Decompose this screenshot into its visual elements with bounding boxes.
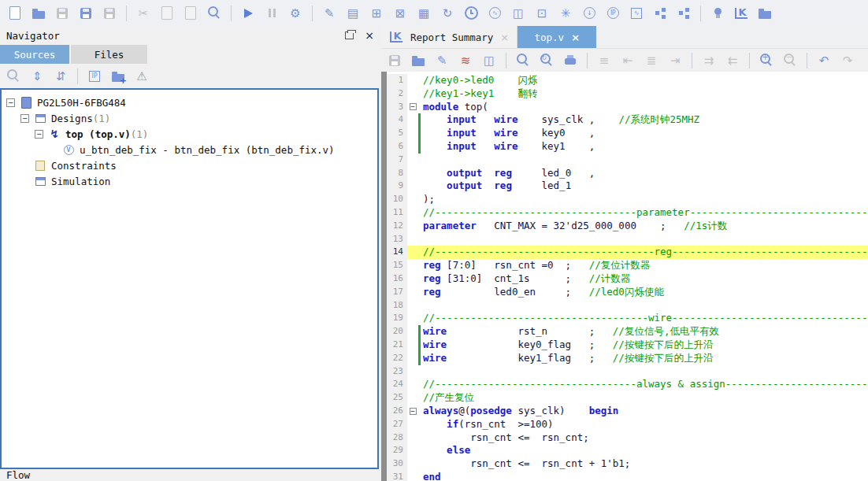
- tree-item-top-module[interactable]: −↯top (top.v) (1): [2, 126, 377, 142]
- debugger-icon[interactable]: ✳: [556, 4, 575, 23]
- project-dir-icon[interactable]: [755, 4, 774, 23]
- code-line[interactable]: 12parameter CNT_MAX = 32'd25_000_000 ; /…: [381, 220, 868, 233]
- netlist-viewer-icon[interactable]: ⊠: [391, 4, 410, 23]
- code-line[interactable]: 2//key1->key1 翻转: [381, 87, 868, 101]
- code-line[interactable]: 20wire rst_n ; //复位信号,低电平有效: [381, 325, 868, 339]
- node-probe-icon[interactable]: [651, 4, 670, 23]
- code-line[interactable]: 16reg [31:0] cnt_1s ; //计数器: [381, 272, 868, 286]
- open-project-icon[interactable]: [29, 4, 48, 23]
- undo-icon[interactable]: ↶: [814, 51, 833, 70]
- nav-tab-sources[interactable]: Sources: [0, 45, 69, 64]
- code-line[interactable]: 29 else: [381, 444, 868, 457]
- collapse-twisty-icon[interactable]: −: [20, 114, 29, 123]
- zoom-out-icon[interactable]: [781, 51, 799, 70]
- pango-logo-icon[interactable]: K: [732, 4, 751, 23]
- tree-item-designs[interactable]: −Designs (1): [2, 110, 377, 126]
- download-bitstream-icon[interactable]: ↓: [580, 4, 599, 23]
- code-line[interactable]: 11//----------------------------------pa…: [381, 206, 868, 220]
- waveform-viewer-icon[interactable]: ∿: [627, 4, 646, 23]
- copy-icon[interactable]: [158, 4, 176, 23]
- synthesize-icon[interactable]: ↻: [438, 4, 457, 23]
- save-icon[interactable]: [53, 4, 72, 23]
- code-line[interactable]: 1//key0->led0 闪烁: [381, 74, 868, 87]
- code-line[interactable]: 21wire key0_flag ; //按键按下后的上升沿: [381, 339, 868, 352]
- design-summary-icon[interactable]: ◫: [509, 4, 528, 23]
- code-line[interactable]: 13: [381, 233, 868, 246]
- code-line[interactable]: 5 input wire key0 ,: [381, 127, 868, 140]
- code-line[interactable]: 24//----------------------------------al…: [381, 378, 868, 391]
- ip-center-icon[interactable]: IP: [603, 4, 622, 23]
- editor-tab-top-v[interactable]: top.v×: [517, 26, 596, 48]
- code-line[interactable]: 18: [381, 299, 868, 313]
- code-line[interactable]: 3−module top(: [381, 101, 868, 114]
- find-replace-icon[interactable]: [537, 51, 556, 70]
- code-line[interactable]: 9 output reg led_1: [381, 179, 868, 193]
- code-line[interactable]: 23: [381, 365, 868, 379]
- code-fold-icon[interactable]: −: [410, 103, 417, 110]
- ip-catalog-icon[interactable]: IP: [85, 67, 104, 86]
- code-line[interactable]: 15reg [7:0] rsn_cnt =0 ; //复位计数器: [381, 259, 868, 272]
- print-icon[interactable]: [561, 51, 580, 70]
- constraints-editor-icon[interactable]: ✎: [320, 4, 339, 23]
- code-line[interactable]: 7: [381, 154, 868, 167]
- tree-search-icon[interactable]: [4, 67, 23, 86]
- edit-source-icon[interactable]: ✎: [432, 51, 451, 70]
- close-tab-icon[interactable]: ×: [571, 31, 580, 43]
- align-left-icon[interactable]: ≡: [595, 51, 614, 70]
- code-line[interactable]: 31end: [381, 471, 868, 481]
- messages-icon[interactable]: ⚠: [132, 67, 151, 86]
- code-line[interactable]: 19//------------------------------------…: [381, 312, 868, 325]
- save-all-icon[interactable]: [100, 4, 119, 23]
- run-flow-icon[interactable]: [239, 4, 258, 23]
- code-line[interactable]: 6 input wire key1 ,: [381, 140, 868, 154]
- collapse-twisty-icon[interactable]: −: [6, 98, 15, 107]
- outdent-icon[interactable]: ⇤: [618, 51, 637, 70]
- align-block-icon[interactable]: ≣: [642, 51, 661, 70]
- close-tab-icon[interactable]: ×: [500, 31, 509, 43]
- find-in-files-icon[interactable]: [205, 4, 224, 23]
- code-line[interactable]: 28 rsn_cnt <= rsn_cnt;: [381, 431, 868, 445]
- redo-icon[interactable]: ↷: [838, 51, 857, 70]
- pause-flow-icon[interactable]: [262, 4, 281, 23]
- float-panel-icon[interactable]: [345, 31, 354, 39]
- timing-analysis-icon[interactable]: ∿: [485, 4, 504, 23]
- code-line[interactable]: 27 if(rsn_cnt >=100): [381, 418, 868, 431]
- code-line[interactable]: 4 input wire sys_clk , //系统时钟25MHZ: [381, 113, 868, 127]
- find-icon[interactable]: [514, 51, 532, 70]
- collapse-twisty-icon[interactable]: −: [35, 130, 43, 139]
- tree-item-u-btn-deb-fix[interactable]: Vu_btn_deb_fix - btn_deb_fix (btn_deb_fi…: [2, 142, 377, 157]
- zoom-in-icon[interactable]: [757, 51, 776, 70]
- resource-table-icon[interactable]: ▦: [414, 4, 433, 23]
- expand-all-icon[interactable]: ⇕: [28, 67, 46, 86]
- code-line[interactable]: 25//产生复位: [381, 391, 868, 405]
- code-fold-icon[interactable]: −: [410, 408, 417, 415]
- cut-icon[interactable]: ✂: [134, 4, 153, 23]
- merge-right-icon[interactable]: ⇉: [699, 51, 718, 70]
- schematic-viewer-icon[interactable]: ⊞: [367, 4, 386, 23]
- indent-icon[interactable]: ⇥: [666, 51, 684, 70]
- collapse-all-icon[interactable]: ⇵: [51, 67, 70, 86]
- device-viewer-icon[interactable]: ⊡: [532, 4, 551, 23]
- check-syntax-icon[interactable]: ≋: [456, 51, 475, 70]
- editor-tab-report-summary[interactable]: KReport Summary×: [381, 26, 517, 48]
- run-schedule-icon[interactable]: [462, 4, 480, 23]
- compare-view-icon[interactable]: ◫: [480, 51, 499, 70]
- hierarchy-view-icon[interactable]: [674, 4, 693, 23]
- paste-icon[interactable]: [181, 4, 200, 23]
- nav-tab-files[interactable]: Files: [71, 45, 147, 64]
- code-line[interactable]: 10);: [381, 193, 868, 206]
- tree-item-device[interactable]: −PG2L50H-6FBG484: [2, 94, 377, 110]
- report-options-icon[interactable]: ▤: [343, 4, 362, 23]
- code-line[interactable]: 8 output reg led_0 ,: [381, 167, 868, 180]
- code-line[interactable]: 22wire key1_flag ; //按键按下后的上升沿: [381, 352, 868, 365]
- open-file-icon[interactable]: [409, 51, 428, 70]
- code-line[interactable]: 14//------------------------------------…: [381, 246, 868, 259]
- save-icon[interactable]: [385, 51, 404, 70]
- add-sources-icon[interactable]: [109, 67, 128, 86]
- tree-item-simulation[interactable]: Simulation: [2, 173, 377, 189]
- tip-of-day-icon[interactable]: [708, 4, 727, 23]
- flow-settings-icon[interactable]: ⚙: [286, 4, 305, 23]
- code-line[interactable]: 26−always@(posedge sys_clk) begin: [381, 405, 868, 418]
- code-line[interactable]: 17reg led0_en ; //led0闪烁使能: [381, 286, 868, 299]
- code-line[interactable]: 30 rsn_cnt <= rsn_cnt + 1'b1;: [381, 457, 868, 471]
